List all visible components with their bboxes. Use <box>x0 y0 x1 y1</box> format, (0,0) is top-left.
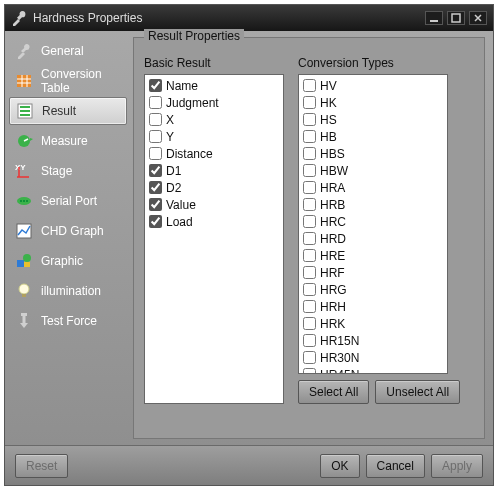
conversion-type-label: HRK <box>320 317 345 331</box>
basic-result-checkbox[interactable] <box>149 113 162 126</box>
conversion-type-item[interactable]: HRK <box>301 315 445 332</box>
conversion-type-item[interactable]: HRD <box>301 230 445 247</box>
sidebar-item-label: Stage <box>41 164 72 178</box>
conversion-type-checkbox[interactable] <box>303 181 316 194</box>
conversion-type-checkbox[interactable] <box>303 317 316 330</box>
basic-result-checkbox[interactable] <box>149 164 162 177</box>
cancel-button[interactable]: Cancel <box>366 454 425 478</box>
basic-result-checkbox[interactable] <box>149 181 162 194</box>
ok-button[interactable]: OK <box>320 454 359 478</box>
conversion-type-label: HK <box>320 96 337 110</box>
table-icon <box>15 72 33 90</box>
basic-result-item-label: X <box>166 113 174 127</box>
reset-button[interactable]: Reset <box>15 454 68 478</box>
conversion-type-checkbox[interactable] <box>303 249 316 262</box>
list-icon <box>16 102 34 120</box>
conversion-type-item[interactable]: HRG <box>301 281 445 298</box>
basic-result-checkbox[interactable] <box>149 79 162 92</box>
sidebar-item-measure[interactable]: Measure <box>9 127 127 155</box>
conversion-type-item[interactable]: HRF <box>301 264 445 281</box>
sidebar-item-illum[interactable]: illumination <box>9 277 127 305</box>
basic-result-item[interactable]: D1 <box>147 162 281 179</box>
conversion-type-label: HR30N <box>320 351 359 365</box>
conversion-type-item[interactable]: HB <box>301 128 445 145</box>
conversion-type-checkbox[interactable] <box>303 215 316 228</box>
svg-rect-12 <box>17 260 24 267</box>
basic-result-item[interactable]: Load <box>147 213 281 230</box>
wrench-icon <box>15 42 33 60</box>
minimize-button[interactable] <box>425 11 443 25</box>
conversion-types-listbox[interactable]: HVHKHSHBHBSHBWHRAHRBHRCHRDHREHRFHRGHRHHR… <box>298 74 448 374</box>
svg-rect-1 <box>452 14 460 22</box>
conversion-type-label: HR45N <box>320 368 359 375</box>
sidebar: GeneralConversion TableResultMeasureXYSt… <box>5 31 131 445</box>
svg-point-10 <box>26 200 28 202</box>
conversion-type-checkbox[interactable] <box>303 334 316 347</box>
conversion-type-item[interactable]: HV <box>301 77 445 94</box>
conversion-type-item[interactable]: HR15N <box>301 332 445 349</box>
sidebar-item-result[interactable]: Result <box>9 97 127 125</box>
conversion-type-checkbox[interactable] <box>303 113 316 126</box>
conversion-type-item[interactable]: HR45N <box>301 366 445 374</box>
conversion-type-item[interactable]: HRB <box>301 196 445 213</box>
basic-result-item[interactable]: Value <box>147 196 281 213</box>
conversion-type-item[interactable]: HRC <box>301 213 445 230</box>
conversion-type-checkbox[interactable] <box>303 164 316 177</box>
conversion-type-item[interactable]: HK <box>301 94 445 111</box>
conversion-type-item[interactable]: HR30N <box>301 349 445 366</box>
maximize-button[interactable] <box>447 11 465 25</box>
group-title: Result Properties <box>144 29 244 43</box>
apply-button[interactable]: Apply <box>431 454 483 478</box>
basic-result-item[interactable]: Judgment <box>147 94 281 111</box>
wrench-screwdriver-icon <box>11 10 27 26</box>
conversion-type-checkbox[interactable] <box>303 368 316 374</box>
conversion-type-item[interactable]: HRE <box>301 247 445 264</box>
conversion-type-item[interactable]: HBW <box>301 162 445 179</box>
basic-result-item-label: Value <box>166 198 196 212</box>
sidebar-item-general[interactable]: General <box>9 37 127 65</box>
basic-result-listbox[interactable]: NameJudgmentXYDistanceD1D2ValueLoad <box>144 74 284 404</box>
dialog-footer: Reset OK Cancel Apply <box>5 445 493 485</box>
basic-result-checkbox[interactable] <box>149 147 162 160</box>
conversion-type-item[interactable]: HRA <box>301 179 445 196</box>
sidebar-item-conversion[interactable]: Conversion Table <box>9 67 127 95</box>
conversion-type-checkbox[interactable] <box>303 300 316 313</box>
sidebar-item-graphic[interactable]: Graphic <box>9 247 127 275</box>
main-panel: Result Properties Basic Result NameJudgm… <box>131 31 493 445</box>
conversion-type-checkbox[interactable] <box>303 232 316 245</box>
basic-result-item[interactable]: X <box>147 111 281 128</box>
basic-result-item[interactable]: D2 <box>147 179 281 196</box>
basic-result-checkbox[interactable] <box>149 215 162 228</box>
basic-result-item[interactable]: Name <box>147 77 281 94</box>
conversion-type-label: HR15N <box>320 334 359 348</box>
basic-result-checkbox[interactable] <box>149 198 162 211</box>
select-all-button[interactable]: Select All <box>298 380 369 404</box>
sidebar-item-chd[interactable]: CHD Graph <box>9 217 127 245</box>
sidebar-item-force[interactable]: Test Force <box>9 307 127 335</box>
conversion-type-checkbox[interactable] <box>303 96 316 109</box>
conversion-type-item[interactable]: HS <box>301 111 445 128</box>
conversion-type-checkbox[interactable] <box>303 147 316 160</box>
conversion-type-checkbox[interactable] <box>303 79 316 92</box>
sidebar-item-serial[interactable]: Serial Port <box>9 187 127 215</box>
basic-result-checkbox[interactable] <box>149 96 162 109</box>
basic-result-checkbox[interactable] <box>149 130 162 143</box>
force-icon <box>15 312 33 330</box>
basic-result-item-label: Name <box>166 79 198 93</box>
sidebar-item-label: Conversion Table <box>41 67 121 95</box>
conversion-type-checkbox[interactable] <box>303 351 316 364</box>
sidebar-item-label: Measure <box>41 134 88 148</box>
basic-result-item[interactable]: Distance <box>147 145 281 162</box>
conversion-type-checkbox[interactable] <box>303 198 316 211</box>
basic-result-item-label: D1 <box>166 164 181 178</box>
conversion-type-checkbox[interactable] <box>303 266 316 279</box>
conversion-type-item[interactable]: HRH <box>301 298 445 315</box>
basic-result-item[interactable]: Y <box>147 128 281 145</box>
conversion-type-checkbox[interactable] <box>303 130 316 143</box>
dialog-window: Hardness Properties GeneralConversion Ta… <box>4 4 494 486</box>
conversion-type-checkbox[interactable] <box>303 283 316 296</box>
close-button[interactable] <box>469 11 487 25</box>
unselect-all-button[interactable]: Unselect All <box>375 380 460 404</box>
conversion-type-item[interactable]: HBS <box>301 145 445 162</box>
sidebar-item-stage[interactable]: XYStage <box>9 157 127 185</box>
